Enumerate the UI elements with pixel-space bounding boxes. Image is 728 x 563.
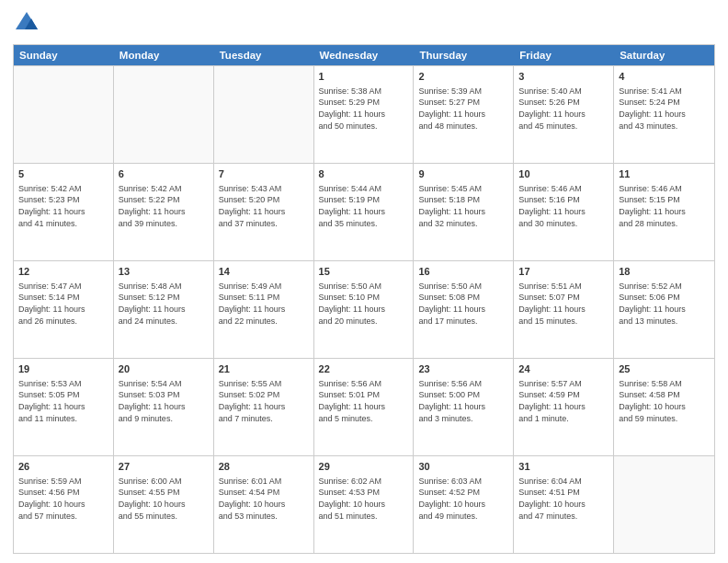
day-number: 21 bbox=[219, 362, 309, 376]
header-day: Tuesday bbox=[214, 45, 314, 65]
header-day: Monday bbox=[114, 45, 214, 65]
calendar-cell: 17Sunrise: 5:51 AM Sunset: 5:07 PM Dayli… bbox=[514, 261, 614, 358]
day-number: 20 bbox=[119, 362, 209, 376]
calendar-cell: 25Sunrise: 5:58 AM Sunset: 4:58 PM Dayli… bbox=[614, 359, 714, 455]
calendar-cell: 4Sunrise: 5:41 AM Sunset: 5:24 PM Daylig… bbox=[614, 66, 714, 163]
day-number: 27 bbox=[119, 460, 209, 474]
calendar-cell: 23Sunrise: 5:56 AM Sunset: 5:00 PM Dayli… bbox=[414, 359, 514, 455]
calendar-cell: 6Sunrise: 5:42 AM Sunset: 5:22 PM Daylig… bbox=[114, 164, 214, 260]
day-number: 25 bbox=[619, 362, 710, 376]
calendar-week: 5Sunrise: 5:42 AM Sunset: 5:23 PM Daylig… bbox=[14, 163, 714, 260]
header bbox=[13, 9, 715, 37]
header-day: Saturday bbox=[614, 45, 714, 65]
calendar-header: SundayMondayTuesdayWednesdayThursdayFrid… bbox=[14, 45, 714, 65]
calendar-week: 19Sunrise: 5:53 AM Sunset: 5:05 PM Dayli… bbox=[14, 358, 714, 455]
day-number: 19 bbox=[18, 362, 108, 376]
day-number: 28 bbox=[219, 460, 309, 474]
header-day: Thursday bbox=[414, 45, 514, 65]
logo-icon bbox=[13, 9, 40, 37]
cell-info: Sunrise: 5:41 AM Sunset: 5:24 PM Dayligh… bbox=[619, 86, 710, 132]
cell-info: Sunrise: 6:03 AM Sunset: 4:52 PM Dayligh… bbox=[418, 476, 508, 522]
calendar-cell bbox=[14, 66, 114, 163]
day-number: 9 bbox=[418, 167, 508, 181]
day-number: 7 bbox=[219, 167, 309, 181]
calendar-cell: 26Sunrise: 5:59 AM Sunset: 4:56 PM Dayli… bbox=[14, 456, 114, 553]
calendar-cell: 29Sunrise: 6:02 AM Sunset: 4:53 PM Dayli… bbox=[314, 456, 415, 553]
cell-info: Sunrise: 5:42 AM Sunset: 5:23 PM Dayligh… bbox=[18, 183, 108, 229]
cell-info: Sunrise: 5:50 AM Sunset: 5:08 PM Dayligh… bbox=[418, 281, 508, 327]
calendar-cell: 31Sunrise: 6:04 AM Sunset: 4:51 PM Dayli… bbox=[514, 456, 614, 553]
cell-info: Sunrise: 5:44 AM Sunset: 5:19 PM Dayligh… bbox=[319, 183, 409, 229]
calendar-cell: 10Sunrise: 5:46 AM Sunset: 5:16 PM Dayli… bbox=[514, 164, 614, 260]
logo bbox=[13, 9, 44, 37]
calendar-cell: 11Sunrise: 5:46 AM Sunset: 5:15 PM Dayli… bbox=[614, 164, 714, 260]
day-number: 11 bbox=[619, 167, 710, 181]
cell-info: Sunrise: 5:46 AM Sunset: 5:15 PM Dayligh… bbox=[619, 183, 710, 229]
day-number: 23 bbox=[418, 362, 508, 376]
cell-info: Sunrise: 5:49 AM Sunset: 5:11 PM Dayligh… bbox=[219, 281, 309, 327]
day-number: 30 bbox=[418, 460, 508, 474]
calendar-cell: 9Sunrise: 5:45 AM Sunset: 5:18 PM Daylig… bbox=[414, 164, 514, 260]
cell-info: Sunrise: 5:43 AM Sunset: 5:20 PM Dayligh… bbox=[219, 183, 309, 229]
calendar-cell: 27Sunrise: 6:00 AM Sunset: 4:55 PM Dayli… bbox=[114, 456, 214, 553]
day-number: 10 bbox=[518, 167, 609, 181]
day-number: 5 bbox=[18, 167, 108, 181]
calendar-cell: 18Sunrise: 5:52 AM Sunset: 5:06 PM Dayli… bbox=[614, 261, 714, 358]
calendar-cell bbox=[614, 456, 714, 553]
calendar-cell: 28Sunrise: 6:01 AM Sunset: 4:54 PM Dayli… bbox=[214, 456, 314, 553]
day-number: 22 bbox=[319, 362, 409, 376]
cell-info: Sunrise: 5:48 AM Sunset: 5:12 PM Dayligh… bbox=[119, 281, 209, 327]
day-number: 24 bbox=[518, 362, 609, 376]
day-number: 15 bbox=[319, 265, 409, 279]
calendar-cell: 20Sunrise: 5:54 AM Sunset: 5:03 PM Dayli… bbox=[114, 359, 214, 455]
cell-info: Sunrise: 5:54 AM Sunset: 5:03 PM Dayligh… bbox=[119, 378, 209, 424]
cell-info: Sunrise: 6:02 AM Sunset: 4:53 PM Dayligh… bbox=[319, 476, 409, 522]
calendar-cell: 14Sunrise: 5:49 AM Sunset: 5:11 PM Dayli… bbox=[214, 261, 314, 358]
cell-info: Sunrise: 6:00 AM Sunset: 4:55 PM Dayligh… bbox=[119, 476, 209, 522]
day-number: 13 bbox=[119, 265, 209, 279]
calendar-cell bbox=[114, 66, 214, 163]
calendar-cell: 12Sunrise: 5:47 AM Sunset: 5:14 PM Dayli… bbox=[14, 261, 114, 358]
calendar: SundayMondayTuesdayWednesdayThursdayFrid… bbox=[13, 44, 715, 554]
calendar-week: 26Sunrise: 5:59 AM Sunset: 4:56 PM Dayli… bbox=[14, 455, 714, 553]
calendar-cell: 5Sunrise: 5:42 AM Sunset: 5:23 PM Daylig… bbox=[14, 164, 114, 260]
cell-info: Sunrise: 5:38 AM Sunset: 5:29 PM Dayligh… bbox=[319, 86, 409, 132]
calendar-cell: 30Sunrise: 6:03 AM Sunset: 4:52 PM Dayli… bbox=[414, 456, 514, 553]
day-number: 6 bbox=[119, 167, 209, 181]
calendar-cell: 24Sunrise: 5:57 AM Sunset: 4:59 PM Dayli… bbox=[514, 359, 614, 455]
cell-info: Sunrise: 5:47 AM Sunset: 5:14 PM Dayligh… bbox=[18, 281, 108, 327]
page: SundayMondayTuesdayWednesdayThursdayFrid… bbox=[0, 0, 728, 563]
day-number: 12 bbox=[18, 265, 108, 279]
calendar-cell: 2Sunrise: 5:39 AM Sunset: 5:27 PM Daylig… bbox=[414, 66, 514, 163]
calendar-cell: 21Sunrise: 5:55 AM Sunset: 5:02 PM Dayli… bbox=[214, 359, 314, 455]
calendar-cell: 8Sunrise: 5:44 AM Sunset: 5:19 PM Daylig… bbox=[314, 164, 415, 260]
calendar-cell: 22Sunrise: 5:56 AM Sunset: 5:01 PM Dayli… bbox=[314, 359, 415, 455]
cell-info: Sunrise: 5:51 AM Sunset: 5:07 PM Dayligh… bbox=[518, 281, 609, 327]
calendar-week: 12Sunrise: 5:47 AM Sunset: 5:14 PM Dayli… bbox=[14, 260, 714, 358]
cell-info: Sunrise: 5:55 AM Sunset: 5:02 PM Dayligh… bbox=[219, 378, 309, 424]
day-number: 1 bbox=[319, 70, 409, 84]
header-day: Sunday bbox=[14, 45, 114, 65]
cell-info: Sunrise: 5:59 AM Sunset: 4:56 PM Dayligh… bbox=[18, 476, 108, 522]
cell-info: Sunrise: 5:40 AM Sunset: 5:26 PM Dayligh… bbox=[518, 86, 609, 132]
cell-info: Sunrise: 5:42 AM Sunset: 5:22 PM Dayligh… bbox=[119, 183, 209, 229]
cell-info: Sunrise: 5:57 AM Sunset: 4:59 PM Dayligh… bbox=[518, 378, 609, 424]
day-number: 3 bbox=[518, 70, 609, 84]
cell-info: Sunrise: 5:45 AM Sunset: 5:18 PM Dayligh… bbox=[418, 183, 508, 229]
calendar-week: 1Sunrise: 5:38 AM Sunset: 5:29 PM Daylig… bbox=[14, 65, 714, 163]
cell-info: Sunrise: 6:01 AM Sunset: 4:54 PM Dayligh… bbox=[219, 476, 309, 522]
header-day: Friday bbox=[514, 45, 614, 65]
day-number: 16 bbox=[418, 265, 508, 279]
cell-info: Sunrise: 5:58 AM Sunset: 4:58 PM Dayligh… bbox=[619, 378, 710, 424]
day-number: 8 bbox=[319, 167, 409, 181]
cell-info: Sunrise: 5:52 AM Sunset: 5:06 PM Dayligh… bbox=[619, 281, 710, 327]
calendar-cell: 19Sunrise: 5:53 AM Sunset: 5:05 PM Dayli… bbox=[14, 359, 114, 455]
cell-info: Sunrise: 6:04 AM Sunset: 4:51 PM Dayligh… bbox=[518, 476, 609, 522]
cell-info: Sunrise: 5:50 AM Sunset: 5:10 PM Dayligh… bbox=[319, 281, 409, 327]
day-number: 17 bbox=[518, 265, 609, 279]
calendar-cell: 3Sunrise: 5:40 AM Sunset: 5:26 PM Daylig… bbox=[514, 66, 614, 163]
cell-info: Sunrise: 5:53 AM Sunset: 5:05 PM Dayligh… bbox=[18, 378, 108, 424]
cell-info: Sunrise: 5:46 AM Sunset: 5:16 PM Dayligh… bbox=[518, 183, 609, 229]
cell-info: Sunrise: 5:56 AM Sunset: 5:01 PM Dayligh… bbox=[319, 378, 409, 424]
calendar-cell: 1Sunrise: 5:38 AM Sunset: 5:29 PM Daylig… bbox=[314, 66, 415, 163]
